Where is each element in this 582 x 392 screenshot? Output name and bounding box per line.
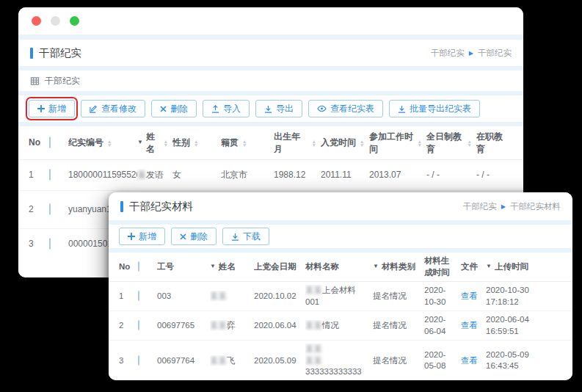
row-checkbox[interactable] <box>138 291 139 301</box>
delete-button[interactable]: 删除 <box>151 100 197 117</box>
breadcrumb-current: 干部纪实 <box>478 48 512 59</box>
add-button[interactable]: 新增 <box>29 100 75 117</box>
table-header-row: No 纪实编号▲▼ ▼姓名▲▼ 性别▲▼ 籍贯▲▼ 出生年月▲▼ 入党时间▲▼ … <box>18 126 523 160</box>
name: 某发语 <box>137 169 172 181</box>
title-accent-bar <box>120 201 123 212</box>
col-name[interactable]: ▼姓名 <box>210 261 254 273</box>
sort-icon[interactable]: ▲▼ <box>194 139 198 147</box>
breadcrumb-parent[interactable]: 干部纪实 <box>431 48 465 59</box>
sort-icon[interactable]: ▲▼ <box>418 139 422 147</box>
col-material-name[interactable]: 材料名称 <box>305 261 373 273</box>
sort-icon[interactable]: ▲▼ <box>312 139 316 147</box>
page-title: 干部纪实 <box>30 46 81 60</box>
page-header: 干部纪实 干部纪实 ▶ 干部纪实 <box>18 40 523 66</box>
view-edit-button[interactable]: 查看修改 <box>81 100 145 117</box>
breadcrumb-arrow-icon: ▶ <box>469 50 473 57</box>
filter-icon[interactable]: ▼ <box>486 263 492 271</box>
filter-icon[interactable]: ▼ <box>210 263 216 271</box>
row-checkbox[interactable] <box>49 238 51 250</box>
col-material-gen-time[interactable]: 材料生成时间 <box>424 255 461 278</box>
record-id: 180000011595520000 <box>68 169 137 181</box>
table-row[interactable]: 3 00697764 某某飞 2020.05.09 某某某某3333333333… <box>109 341 572 380</box>
name: 某某 <box>210 291 254 302</box>
breadcrumb: 干部纪实 ▶ 干部纪实 <box>431 48 512 59</box>
table-row[interactable]: 2 00697765 某某弈 2020.06.04 某某情况 提名情况 2020… <box>109 311 572 341</box>
x-icon <box>180 233 186 240</box>
row-checkbox[interactable] <box>138 355 139 366</box>
name: 某某飞 <box>210 355 254 367</box>
back-toolbar: 新增 查看修改 删除 导入 导出 查看纪实表 批量导出纪实表 <box>18 95 523 122</box>
upload-icon <box>211 105 219 113</box>
eye-icon <box>317 105 327 112</box>
col-meeting-date[interactable]: 上党会日期 <box>254 261 305 273</box>
col-native-place[interactable]: 籍贯▲▼ <box>221 137 274 148</box>
minimize-window-button[interactable] <box>51 16 60 26</box>
breadcrumb: 干部纪实 ▶ 干部纪实材料 <box>463 201 561 212</box>
breadcrumb-arrow-icon: ▶ <box>501 203 506 210</box>
name: 某某弈 <box>210 320 254 332</box>
col-emp-id[interactable]: 工号 <box>157 261 210 273</box>
col-record-id[interactable]: 纪实编号▲▼ <box>68 137 137 148</box>
view-file-link[interactable]: 查看 <box>461 321 478 330</box>
table-row[interactable]: 1 180000011595520000 某发语 女 北京市 1988.12 2… <box>18 160 523 191</box>
front-toolbar: 新增 删除 下载 <box>109 225 572 248</box>
close-window-button[interactable] <box>32 16 41 26</box>
material-name: 某某情况 <box>305 320 373 332</box>
window-cadre-record-materials: 干部纪实材料 干部纪实 ▶ 干部纪实材料 新增 删除 下载 No 工号 ▼姓名 … <box>109 192 572 380</box>
table-row[interactable]: 1 003 某某 2020.10.02 某某上会材料001 提名情况 2020-… <box>109 282 572 311</box>
table-header-row: No 工号 ▼姓名 上党会日期 材料名称 ▼材料类别 材料生成时间 文件 ▼上传… <box>109 253 572 282</box>
view-file-link[interactable]: 查看 <box>461 291 478 300</box>
filter-icon[interactable]: ▼ <box>137 139 143 147</box>
page-title-text: 干部纪实材料 <box>129 200 193 214</box>
col-name[interactable]: ▼姓名▲▼ <box>137 131 172 154</box>
col-material-category[interactable]: ▼材料类别 <box>373 261 424 273</box>
delete-button[interactable]: 删除 <box>171 228 217 245</box>
download-icon <box>264 105 272 113</box>
sort-icon[interactable]: ▲▼ <box>468 139 472 147</box>
filter-icon[interactable]: ▼ <box>373 263 379 271</box>
col-no: No <box>29 137 49 148</box>
panel-subheader: 干部纪实 <box>18 70 523 91</box>
select-all-checkbox[interactable] <box>49 137 51 148</box>
export-button[interactable]: 导出 <box>255 100 302 117</box>
col-work-start[interactable]: 参加工作时间▲▼ <box>369 131 426 154</box>
title-accent-bar <box>30 48 33 59</box>
material-name: 某某某某333333333333 <box>305 344 373 378</box>
maximize-window-button[interactable] <box>70 16 79 26</box>
sort-icon[interactable]: ▲▼ <box>107 139 112 147</box>
col-gender[interactable]: 性别▲▼ <box>172 137 221 148</box>
row-checkbox[interactable] <box>138 320 139 330</box>
col-birth-date[interactable]: 出生年月▲▼ <box>274 131 321 154</box>
window-titlebar <box>18 7 523 35</box>
col-party-join[interactable]: 入党时间▲▼ <box>321 137 369 148</box>
panel-subheader-label: 干部纪实 <box>45 75 80 87</box>
col-no: No <box>119 261 138 273</box>
col-inservice-edu[interactable]: 在职教育 <box>476 131 513 154</box>
view-file-link[interactable]: 查看 <box>461 356 478 365</box>
sort-icon[interactable]: ▲▼ <box>242 139 247 147</box>
plus-icon <box>128 233 135 240</box>
material-name: 某某上会材料001 <box>305 285 373 308</box>
view-record-table-button[interactable]: 查看纪实表 <box>308 100 383 117</box>
sort-icon[interactable]: ▲▼ <box>164 139 168 147</box>
batch-export-record-table-button[interactable]: 批量导出纪实表 <box>389 100 480 117</box>
add-button[interactable]: 新增 <box>119 228 165 245</box>
row-checkbox[interactable] <box>49 203 51 215</box>
x-icon <box>160 106 167 112</box>
materials-table: No 工号 ▼姓名 上党会日期 材料名称 ▼材料类别 材料生成时间 文件 ▼上传… <box>109 253 572 380</box>
plus-icon <box>37 105 45 112</box>
select-all-checkbox[interactable] <box>138 261 139 272</box>
table-grid-icon <box>30 76 40 86</box>
page-title: 干部纪实材料 <box>120 200 193 214</box>
download-icon <box>231 233 239 241</box>
sort-icon[interactable]: ▲▼ <box>360 139 364 147</box>
import-button[interactable]: 导入 <box>203 100 250 117</box>
col-fulltime-edu[interactable]: 全日制教育▲▼ <box>426 131 476 154</box>
breadcrumb-parent[interactable]: 干部纪实 <box>463 201 497 212</box>
breadcrumb-current: 干部纪实材料 <box>510 201 561 212</box>
row-checkbox[interactable] <box>49 169 51 181</box>
download-button[interactable]: 下载 <box>222 228 269 245</box>
download-icon <box>398 105 406 113</box>
col-upload-time[interactable]: ▼上传时间 <box>486 261 562 273</box>
edit-icon <box>90 105 98 113</box>
